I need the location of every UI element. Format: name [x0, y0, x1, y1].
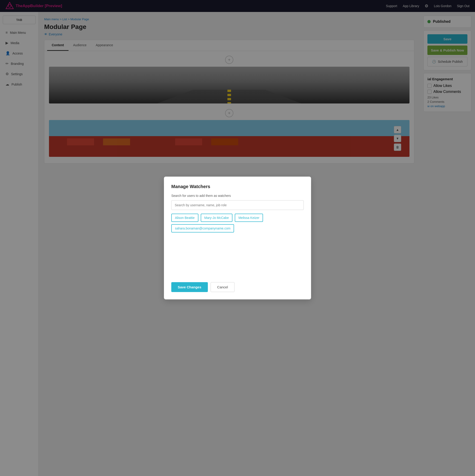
modal-overlay[interactable]: Manage Watchers Search for users to add … — [0, 0, 475, 476]
watcher-tag-3[interactable]: sahara.bonaman@companyname.com — [171, 224, 234, 233]
watcher-search-input[interactable] — [171, 200, 304, 210]
watcher-tag-2[interactable]: Melissa Keizer — [235, 214, 263, 222]
watchers-list: Alison Beattie Mary-Jo McCabe Melissa Ke… — [171, 214, 304, 233]
manage-watchers-modal: Manage Watchers Search for users to add … — [164, 177, 311, 299]
modal-title: Manage Watchers — [171, 184, 304, 189]
watcher-tag-1[interactable]: Mary-Jo McCabe — [201, 214, 233, 222]
modal-subtitle: Search for users to add them as watchers — [171, 194, 304, 198]
modal-save-button[interactable]: Save Changes — [171, 282, 208, 292]
modal-cancel-button[interactable]: Cancel — [211, 282, 235, 292]
modal-footer: Save Changes Cancel — [171, 278, 304, 292]
watcher-tag-0[interactable]: Alison Beattie — [171, 214, 198, 222]
